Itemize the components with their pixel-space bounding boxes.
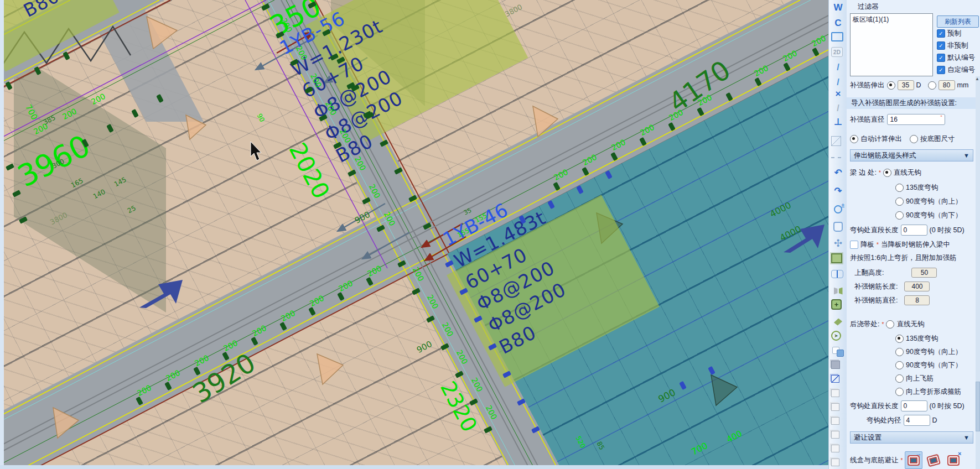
window-tool-icon[interactable]: W — [831, 1, 845, 14]
rotate-compass-icon[interactable]: ➤ — [831, 331, 841, 341]
slab-region-item[interactable]: 板区域(1)(1) — [853, 15, 889, 23]
cursor-layer — [0, 0, 828, 469]
wire-cube-icon-3[interactable] — [831, 417, 839, 425]
reinforce-extend-35-input[interactable]: 35 — [898, 80, 914, 90]
paint-brush-icon[interactable] — [831, 315, 845, 329]
pan-hand-icon[interactable] — [831, 220, 845, 233]
add-rebar-length-input[interactable]: 400 — [904, 282, 930, 291]
check-default-number[interactable]: ✓ 默认编号 — [937, 53, 973, 62]
radio-35d[interactable] — [887, 81, 895, 90]
cad-application-window: 1YB-56W=1.230t60+70Φ8@200Φ8@200B801YB-46… — [0, 0, 980, 469]
dashed-line-icon[interactable] — [831, 157, 841, 158]
section-extend-style-label: 伸出钢筋及端头样式 — [854, 151, 916, 160]
wire-cube-blue-icon[interactable] — [831, 375, 839, 383]
radio-80mm[interactable] — [928, 81, 936, 90]
check-custom-number-label: 自定编号 — [947, 65, 975, 75]
check-non-precast[interactable]: ✓ 非预制 — [937, 41, 973, 50]
scrollbar-up-icon[interactable]: ▲ — [975, 76, 979, 81]
radio-beam-90-up[interactable] — [895, 197, 904, 206]
checkbox-checked-icon[interactable]: ✓ — [937, 66, 945, 74]
checkbox-unchecked-icon[interactable] — [850, 241, 858, 249]
radio-pour-90-up[interactable] — [895, 348, 904, 356]
cross-icon: × — [958, 450, 961, 457]
reinforce-extend-80-input[interactable]: 80 — [938, 80, 955, 90]
radio-pour-straight[interactable] — [886, 320, 894, 329]
hook-inner-dia-input[interactable]: 4 — [904, 415, 930, 426]
vertical-toolbar: WC2D//×/⊥↶↷✣+➤ — [828, 0, 847, 469]
perpendicular-tool-icon[interactable]: ⊥ — [831, 115, 845, 128]
view-2d-icon[interactable]: 2D — [831, 47, 843, 57]
wire-cube-icon-2[interactable] — [831, 403, 839, 411]
pour-fly-label: 向上飞筋 — [906, 374, 934, 383]
move-icon[interactable]: ✣ — [831, 237, 845, 250]
slab-region-listbox[interactable]: 板区域(1)(1) — [850, 13, 933, 76]
drawing-viewport[interactable]: 1YB-56W=1.230t60+70Φ8@200Φ8@200B801YB-46… — [0, 0, 828, 469]
checkbox-checked-icon[interactable]: ✓ — [937, 54, 945, 62]
beam-90up-row: 90度弯钩（向上） — [895, 197, 973, 206]
undo-icon[interactable]: ↶ — [831, 166, 845, 179]
import-reinforce-header: 导入补强筋图层生成的补强筋设置: — [847, 97, 976, 109]
chevron-down-icon[interactable]: ▼ — [963, 434, 969, 441]
solid-cube-icon[interactable] — [831, 361, 840, 369]
scrollbar-thumb[interactable] — [976, 382, 980, 431]
add-rebar-dia-input[interactable]: 8 — [904, 295, 930, 305]
radio-pour-fly[interactable] — [895, 374, 904, 383]
node-line-icon[interactable]: / — [831, 102, 845, 115]
add-rebar-dia-row: 补强钢筋直径: 8 — [854, 295, 973, 305]
beam-135-label: 135度弯钩 — [906, 183, 938, 192]
avoid-mode-cut-button[interactable]: × — [945, 451, 962, 469]
arrow-right-icon: → — [915, 450, 921, 457]
radio-pour-90-down[interactable] — [895, 361, 904, 369]
rectangle-tool-icon[interactable] — [831, 32, 843, 41]
section-extend-style[interactable]: 伸出钢筋及端头样式 ▼ — [850, 149, 973, 161]
upturn-height-input[interactable]: 50 — [911, 268, 937, 278]
radio-beam-90-down[interactable] — [895, 211, 904, 220]
hatch-square-icon[interactable] — [831, 136, 841, 146]
reinforce-extend-label: 补强筋伸出 — [850, 81, 885, 90]
wire-cube-icon-5[interactable] — [831, 445, 839, 452]
zoom-icon[interactable] — [831, 202, 845, 216]
wire-cube-icon-4[interactable] — [831, 431, 839, 439]
radio-beam-135[interactable] — [895, 184, 904, 192]
drop-slab-desc2: 并按照1:6向上弯折，且附加加强筋 — [850, 253, 956, 263]
hook-straight-length-row: 弯钩处直段长度 0 (0 时按 5D) — [850, 225, 973, 236]
reinforce-diameter-input[interactable]: 16 — [887, 114, 945, 125]
avoid-mode-through-button[interactable]: → — [905, 451, 922, 469]
radio-pour-135[interactable] — [895, 335, 904, 343]
by-drawing-label: 按底图尺寸 — [920, 134, 955, 144]
refresh-list-button[interactable]: 刷新列表 — [937, 15, 979, 28]
hook-straight-length-input-2[interactable]: 0 — [901, 400, 927, 411]
checkbox-checked-icon[interactable]: ✓ — [937, 41, 945, 50]
radio-auto-calc[interactable] — [850, 135, 858, 143]
extend-mode-row: 自动计算伸出 按底图尺寸 — [850, 134, 973, 144]
mirror-icon[interactable] — [831, 284, 845, 298]
add-rebar-dia-label: 补强钢筋直径: — [854, 296, 898, 305]
break-tool-icon[interactable]: × — [831, 87, 845, 101]
panel-scrollbar[interactable] — [976, 76, 980, 469]
pour-90down-label: 90度弯钩（向下） — [906, 361, 962, 370]
wire-cube-icon-1[interactable] — [831, 389, 839, 397]
avoid-mode-bend-button[interactable] — [925, 451, 942, 469]
chevron-down-icon[interactable]: ▼ — [963, 152, 969, 159]
wire-cube-icon-6[interactable] — [831, 458, 839, 466]
check-precast[interactable]: ✓ 预制 — [937, 29, 973, 38]
circle-tool-icon[interactable]: C — [831, 17, 845, 30]
radio-pour-stirrup[interactable] — [895, 388, 904, 396]
hook-straight-length-input[interactable]: 0 — [901, 225, 927, 236]
radio-by-drawing[interactable] — [910, 135, 918, 143]
box-avoid-label: 线盒与底筋避让 — [850, 456, 899, 465]
beam-90up-label: 90度弯钩（向上） — [906, 197, 962, 206]
mouse-cursor — [251, 142, 261, 160]
radio-beam-straight[interactable] — [883, 169, 891, 177]
add-rebar-length-row: 补强钢筋长度: 400 — [854, 282, 973, 291]
check-custom-number[interactable]: ✓ 自定编号 — [937, 65, 973, 75]
required-asterisk-icon: * — [901, 457, 903, 463]
section-split-icon[interactable] — [831, 270, 843, 278]
add-box-icon[interactable]: + — [831, 299, 842, 310]
section-avoidance[interactable]: 避让设置 ▼ — [850, 431, 973, 444]
overlap-squares-icon[interactable] — [831, 345, 845, 358]
checkbox-checked-icon[interactable]: ✓ — [937, 29, 945, 38]
line-tool-icon[interactable]: / — [831, 61, 845, 74]
redo-icon[interactable]: ↷ — [831, 184, 845, 197]
green-cube-select-icon[interactable] — [831, 253, 842, 263]
